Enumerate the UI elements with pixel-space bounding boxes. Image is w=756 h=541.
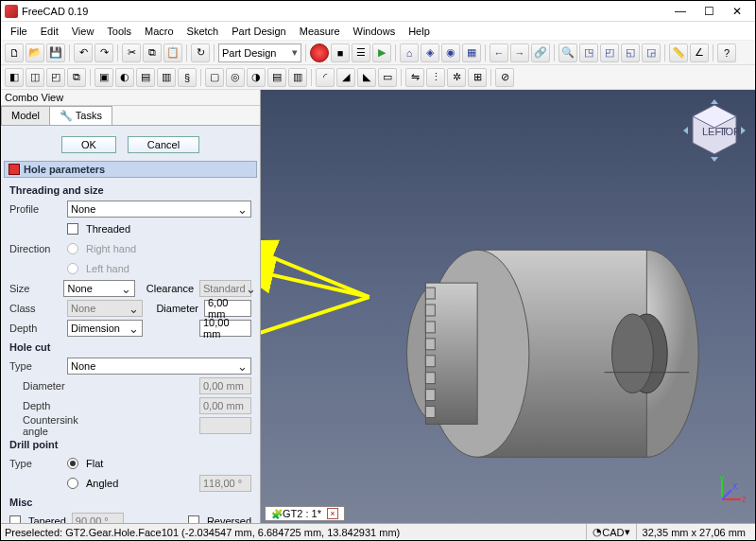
polar-pattern-icon[interactable]: ✲ (447, 68, 466, 87)
open-icon[interactable]: 📂 (26, 44, 44, 62)
status-nav-style[interactable]: ◔ CAD ▾ (586, 524, 635, 540)
reversed-checkbox[interactable] (188, 515, 199, 523)
chamfer-icon[interactable]: ◢ (336, 68, 355, 87)
plane-icon[interactable]: ◰ (46, 68, 65, 87)
nav-left-icon[interactable]: ← (490, 44, 508, 62)
menu-view[interactable]: View (66, 24, 100, 39)
depth-input[interactable]: 10,00 mm (199, 320, 251, 337)
size-select[interactable]: None (63, 280, 134, 297)
copy-icon[interactable]: ⧉ (143, 44, 162, 62)
diameter-input[interactable]: 6,00 mm (204, 300, 251, 317)
menu-help[interactable]: Help (403, 24, 436, 39)
svg-rect-7 (425, 322, 435, 333)
misc-heading: Misc (9, 494, 251, 511)
threaded-label: Threaded (86, 223, 130, 235)
threaded-checkbox[interactable] (67, 223, 78, 235)
minimize-button[interactable]: — (666, 2, 695, 21)
top-view-icon[interactable]: ◱ (621, 44, 640, 62)
menu-file[interactable]: File (5, 24, 33, 39)
depth-select[interactable]: Dimension (67, 320, 143, 337)
new-icon[interactable]: 🗋 (5, 44, 24, 62)
holecut-type-select[interactable]: None (67, 358, 251, 375)
save-icon[interactable]: 💾 (46, 44, 65, 62)
svg-rect-12 (425, 407, 435, 418)
bounding-box-icon[interactable]: ▦ (462, 44, 481, 62)
macro-list-icon[interactable]: ☰ (352, 44, 370, 62)
loft-icon[interactable]: ▤ (136, 68, 155, 87)
hole-icon[interactable]: ◎ (226, 68, 245, 87)
boolean-icon[interactable]: ⊘ (495, 68, 514, 87)
tab-model[interactable]: Model (1, 106, 50, 125)
sub-loft-icon[interactable]: ▤ (267, 68, 286, 87)
draft-icon[interactable]: ◣ (357, 68, 376, 87)
revolution-icon[interactable]: ◐ (115, 68, 134, 87)
status-bar: Preselected: GT2.Gear.Hole.Face101 (-2.0… (1, 523, 755, 540)
threading-size-heading: Threading and size (9, 182, 251, 199)
multi-transform-icon[interactable]: ⊞ (468, 68, 487, 87)
redo-icon[interactable]: ↷ (94, 44, 113, 62)
left-hand-radio (67, 263, 78, 274)
clone-icon[interactable]: ⧉ (67, 68, 86, 87)
menu-measure[interactable]: Measure (294, 24, 346, 39)
tab-tasks[interactable]: 🔧 Tasks (49, 106, 112, 125)
nav-right-icon[interactable]: → (510, 44, 529, 62)
help-icon[interactable]: ? (717, 44, 736, 62)
sweep-icon[interactable]: ▥ (157, 68, 176, 87)
3d-viewport[interactable]: LEFT TOP z y x 🧩 GT2 : 1* × (261, 90, 755, 523)
thickness-icon[interactable]: ▭ (378, 68, 397, 87)
zoom-icon[interactable]: 🔍 (558, 44, 577, 62)
sketch-icon[interactable]: ◫ (26, 68, 44, 87)
menu-edit[interactable]: Edit (35, 24, 64, 39)
fit-all-icon[interactable]: ⌂ (400, 44, 419, 62)
measure-angle-icon[interactable]: ∠ (690, 44, 709, 62)
draw-style-icon[interactable]: ◉ (441, 44, 460, 62)
pad-icon[interactable]: ▣ (94, 68, 113, 87)
helix-icon[interactable]: § (178, 68, 197, 87)
menu-part-design[interactable]: Part Design (226, 24, 291, 39)
macro-play-icon[interactable]: ▶ (372, 44, 391, 62)
sub-sweep-icon[interactable]: ▥ (288, 68, 307, 87)
menu-sketch[interactable]: Sketch (181, 24, 225, 39)
paste-icon[interactable]: 📋 (163, 44, 182, 62)
fillet-icon[interactable]: ◜ (316, 68, 335, 87)
hc-diameter-label: Diameter (9, 380, 74, 392)
status-dimensions: 32,35 mm x 27,06 mm (636, 524, 751, 540)
linear-pattern-icon[interactable]: ⋮ (426, 68, 445, 87)
front-view-icon[interactable]: ◰ (600, 44, 619, 62)
measure-linear-icon[interactable]: 📏 (669, 44, 688, 62)
pocket-icon[interactable]: ▢ (205, 68, 224, 87)
close-button[interactable]: ✕ (723, 2, 751, 21)
tapered-checkbox[interactable] (9, 515, 21, 523)
ok-button[interactable]: OK (61, 136, 116, 153)
mirror-icon[interactable]: ⇋ (405, 68, 424, 87)
cancel-button[interactable]: Cancel (128, 136, 199, 153)
iso-view-icon[interactable]: ◳ (579, 44, 598, 62)
nav-cube[interactable]: LEFT TOP (681, 97, 747, 164)
fit-selection-icon[interactable]: ◈ (421, 44, 439, 62)
reversed-label: Reversed (207, 515, 251, 523)
menu-tools[interactable]: Tools (101, 24, 137, 39)
groove-icon[interactable]: ◑ (247, 68, 266, 87)
maximize-button[interactable]: ☐ (695, 2, 723, 21)
body-icon[interactable]: ◧ (5, 68, 24, 87)
menu-windows[interactable]: Windows (348, 24, 402, 39)
profile-select[interactable]: None (67, 201, 251, 218)
tapered-label: Tapered (28, 515, 66, 523)
angled-radio[interactable] (67, 478, 78, 489)
svg-rect-11 (425, 390, 435, 401)
workbench-select[interactable]: Part Design (218, 44, 301, 62)
close-doc-icon[interactable]: × (327, 508, 338, 519)
document-tab[interactable]: 🧩 GT2 : 1* × (265, 506, 345, 521)
menu-macro[interactable]: Macro (139, 24, 180, 39)
angled-label: Angled (86, 478, 118, 489)
macro-stop-icon[interactable]: ■ (331, 44, 350, 62)
hole-parameters-header[interactable]: Hole parameters (4, 161, 257, 178)
macro-record-icon[interactable] (310, 44, 329, 62)
refresh-icon[interactable]: ↻ (191, 44, 210, 62)
svg-rect-10 (425, 373, 435, 384)
undo-icon[interactable]: ↶ (74, 44, 93, 62)
cut-icon[interactable]: ✂ (122, 44, 141, 62)
link-icon[interactable]: 🔗 (531, 44, 550, 62)
flat-radio[interactable] (67, 458, 78, 469)
right-view-icon[interactable]: ◲ (642, 44, 661, 62)
